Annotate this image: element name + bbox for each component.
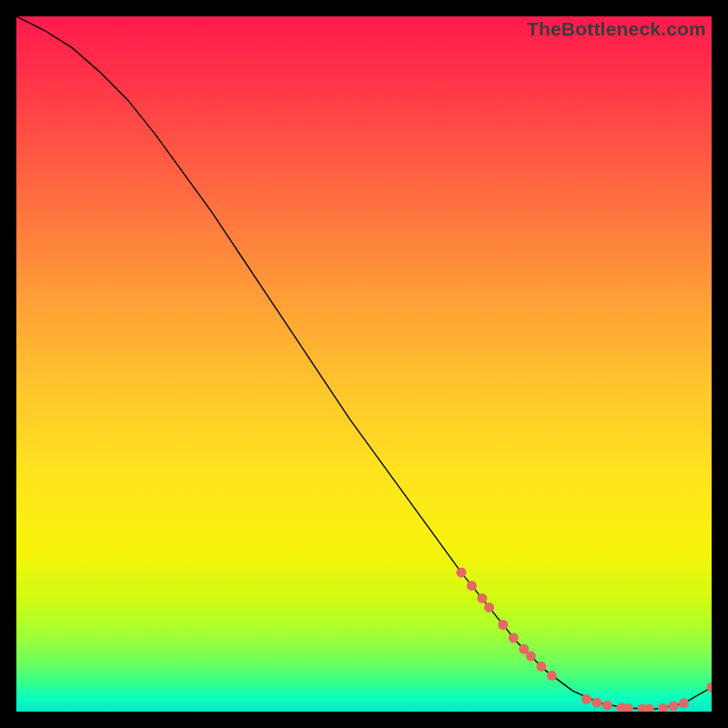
highlight-point: [679, 698, 689, 708]
chart-svg: [16, 16, 712, 712]
highlight-points-group: [456, 568, 712, 712]
highlight-point: [536, 662, 546, 672]
highlight-point: [668, 701, 678, 711]
highlight-point: [526, 651, 536, 661]
bottleneck-curve-path: [16, 16, 712, 709]
highlight-point: [484, 602, 494, 612]
highlight-point: [707, 682, 713, 693]
highlight-point: [581, 694, 592, 704]
highlight-point: [456, 568, 466, 578]
highlight-point: [592, 698, 602, 708]
highlight-point: [498, 620, 508, 630]
highlight-point: [547, 671, 557, 681]
highlight-point: [467, 581, 477, 591]
highlight-point: [658, 703, 668, 712]
highlight-point: [509, 633, 519, 643]
bottleneck-chart: TheBottleneck.com: [16, 16, 712, 712]
highlight-point: [477, 593, 487, 603]
highlight-point: [602, 701, 612, 711]
watermark-text: TheBottleneck.com: [527, 18, 706, 40]
highlight-point: [644, 703, 654, 712]
